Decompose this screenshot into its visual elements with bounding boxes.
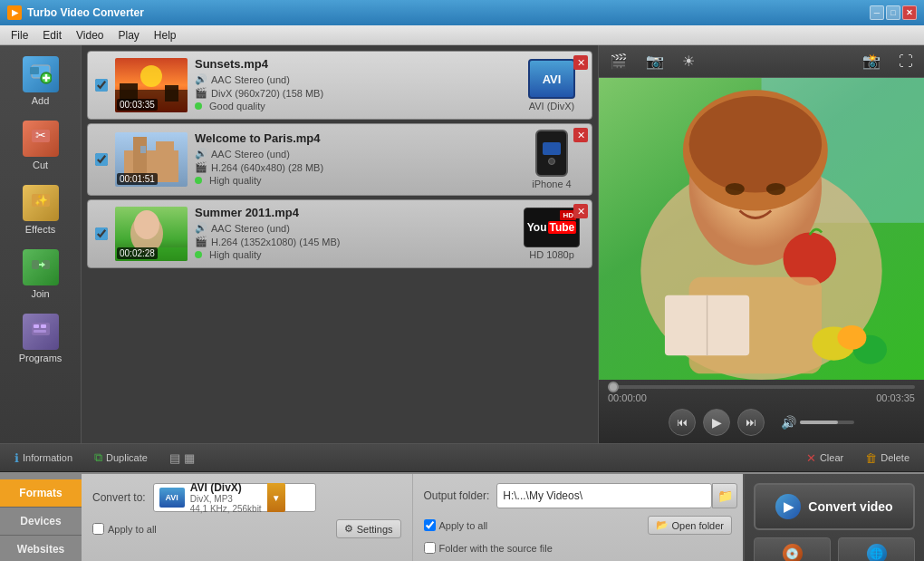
svg-rect-1 <box>30 67 39 74</box>
preview-panel: 🎬 📷 ☀ 📸 ⛶ <box>598 45 924 443</box>
file-thumbnail-sunsets: 00:03:35 <box>115 58 188 112</box>
convert-video-label: Convert video <box>808 499 892 514</box>
menu-edit[interactable]: Edit <box>35 27 69 44</box>
timeline-bar[interactable] <box>608 385 915 389</box>
delete-label: Delete <box>881 452 910 463</box>
file-name-summer: Summer 2011.mp4 <box>195 206 512 219</box>
sidebar-cut-label: Cut <box>33 160 48 170</box>
sidebar-add-label: Add <box>32 95 50 106</box>
preview-tool-brightness[interactable]: ☀ <box>680 51 697 72</box>
convert-video-button[interactable]: ▶ Convert video <box>754 483 915 530</box>
file-checkbox-paris[interactable] <box>95 153 108 166</box>
menu-play[interactable]: Play <box>111 27 147 44</box>
video-icon-paris: 🎬 <box>195 161 207 173</box>
volume-fill <box>800 421 838 424</box>
preview-image <box>599 78 924 380</box>
volume-slider[interactable] <box>800 421 854 424</box>
remove-file-paris[interactable]: ✕ <box>573 128 588 142</box>
sidebar-item-cut[interactable]: ✂ Cut <box>6 115 75 176</box>
maximize-button[interactable]: □ <box>886 5 900 20</box>
file-quality-paris: High quality <box>195 175 512 186</box>
svg-rect-9 <box>32 260 39 269</box>
menu-help[interactable]: Help <box>147 27 184 44</box>
format-label-summer: HD 1080p <box>529 249 574 260</box>
open-folder-icon: 📂 <box>656 519 669 531</box>
apply-to-all-output-checkbox[interactable]: Apply to all <box>424 519 488 531</box>
file-checkbox-summer[interactable] <box>95 227 108 240</box>
file-item-summer: 00:02:28 Summer 2011.mp4 🔊 AAC Stereo (u… <box>87 199 592 268</box>
sidebar-item-add[interactable]: Add <box>6 51 75 111</box>
preview-tool-fullscreen[interactable]: ⛶ <box>897 52 915 72</box>
file-thumbnail-summer: 00:02:28 <box>115 207 188 261</box>
quality-dot-summer <box>195 251 202 258</box>
folder-source-input[interactable] <box>424 542 436 554</box>
open-folder-button[interactable]: 📂 Open folder <box>648 516 732 535</box>
toolbar-delete[interactable]: 🗑 Delete <box>860 449 915 468</box>
file-duration-summer: 00:02:28 <box>117 247 158 259</box>
preview-tool-screenshot[interactable]: 📸 <box>861 51 882 72</box>
apply-to-all-checkbox[interactable]: Apply to all <box>92 523 157 535</box>
convert-buttons-panel: ▶ Convert video 💿 Burn DVD 🌐 Export to W… <box>743 474 924 561</box>
settings-gear-icon: ⚙ <box>344 523 353 535</box>
volume-area: 🔊 <box>781 415 854 430</box>
remove-file-summer[interactable]: ✕ <box>573 204 588 218</box>
file-audio-summer: 🔊 AAC Stereo (und) <box>195 222 512 234</box>
output-folder-label: Output folder: <box>424 489 490 502</box>
tab-websites[interactable]: Websites <box>0 536 82 561</box>
file-item-sunsets: 00:03:35 Sunsets.mp4 🔊 AAC Stereo (und) … <box>87 51 592 120</box>
iphone-format-icon <box>535 130 568 177</box>
window-controls: ─ □ ✕ <box>870 5 917 20</box>
convert-to-box[interactable]: AVI AVI (DivX) DivX, MP3 44,1 KHz, 256kb… <box>153 483 316 512</box>
menubar: File Edit Video Play Help <box>0 25 924 45</box>
format-dropdown-arrow[interactable]: ▼ <box>267 483 285 512</box>
toolbar-information[interactable]: ℹ Information <box>9 449 78 468</box>
file-name-sunsets: Sunsets.mp4 <box>195 57 512 71</box>
time-display: 00:00:00 00:03:35 <box>608 392 915 403</box>
view-icon: ▤ ▦ <box>169 451 195 465</box>
play-pause-button[interactable]: ▶ <box>703 409 730 436</box>
output-folder-path[interactable]: H:\...\My Videos\ <box>496 483 712 508</box>
convert-format-icon: AVI <box>159 488 185 508</box>
main-area: Add ✂ Cut ✨ Effects Join Programs <box>0 45 924 443</box>
sidebar-item-programs[interactable]: Programs <box>6 308 75 369</box>
close-button[interactable]: ✕ <box>902 5 917 20</box>
tab-formats[interactable]: Formats <box>0 479 82 508</box>
preview-tool-camera[interactable]: 📷 <box>644 51 666 72</box>
remove-file-sunsets[interactable]: ✕ <box>573 55 588 70</box>
tab-devices[interactable]: Devices <box>0 508 82 536</box>
time-total: 00:03:35 <box>876 392 915 403</box>
folder-source-checkbox[interactable]: Folder with the source file <box>424 542 733 554</box>
output-folder-row: Output folder: H:\...\My Videos\ 📁 <box>424 483 733 508</box>
folder-browse-button[interactable]: 📁 <box>712 483 737 508</box>
clear-label: Clear <box>820 452 843 463</box>
audio-icon-summer: 🔊 <box>195 222 207 234</box>
prev-frame-button[interactable]: ⏮ <box>669 409 696 436</box>
toolbar-clear[interactable]: ✕ Clear <box>801 449 849 468</box>
burn-dvd-button[interactable]: 💿 Burn DVD <box>754 537 831 561</box>
toolbar-duplicate[interactable]: ⧉ Duplicate <box>89 448 153 468</box>
convert-settings: Convert to: AVI AVI (DivX) DivX, MP3 44,… <box>82 474 412 561</box>
menu-file[interactable]: File <box>4 27 35 44</box>
toolbar-view-toggle[interactable]: ▤ ▦ <box>164 449 200 468</box>
convert-video-icon: ▶ <box>775 494 801 519</box>
file-checkbox-sunsets[interactable] <box>95 79 108 92</box>
apply-to-all-input[interactable] <box>92 523 104 535</box>
effects-icon: ✨ <box>23 185 59 221</box>
file-audio-sunsets: 🔊 AAC Stereo (und) <box>195 73 512 85</box>
clear-icon: ✕ <box>806 451 816 465</box>
preview-tool-film[interactable]: 🎬 <box>608 51 630 72</box>
next-frame-button[interactable]: ⏭ <box>737 409 765 436</box>
minimize-button[interactable]: ─ <box>870 5 884 20</box>
export-web-button[interactable]: 🌐 Export to Web <box>838 537 915 561</box>
apply-to-all-output-input[interactable] <box>424 519 436 531</box>
file-item-paris: 00:01:51 Welcome to Paris.mp4 🔊 AAC Ster… <box>87 123 592 196</box>
folder-source-row: Folder with the source file <box>424 542 733 554</box>
settings-button[interactable]: ⚙ Settings <box>336 519 401 538</box>
sidebar-item-effects[interactable]: ✨ Effects <box>6 179 75 240</box>
menu-video[interactable]: Video <box>69 27 111 44</box>
timeline-dot[interactable] <box>608 382 619 392</box>
sidebar-item-join[interactable]: Join <box>6 244 75 305</box>
duplicate-label: Duplicate <box>106 452 148 463</box>
cut-icon: ✂ <box>23 121 59 157</box>
join-icon <box>23 249 59 285</box>
